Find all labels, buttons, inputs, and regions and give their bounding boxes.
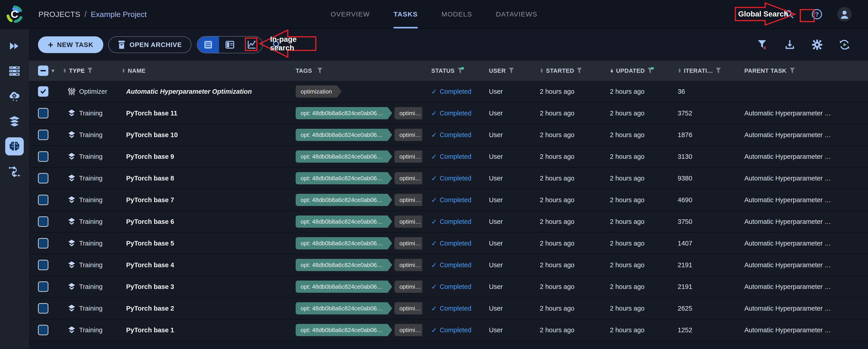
tab-overview[interactable]: OVERVIEW: [331, 0, 370, 28]
breadcrumb-current-project[interactable]: Example Project: [91, 10, 147, 19]
table-row[interactable]: Training PyTorch base 2 opt: 48db0b8a6c8…: [29, 298, 868, 319]
open-archive-button[interactable]: OPEN ARCHIVE: [108, 36, 191, 53]
new-task-button[interactable]: + NEW TASK: [38, 36, 103, 53]
task-name[interactable]: PyTorch base 4: [126, 261, 174, 269]
table-row[interactable]: Training PyTorch base 1 opt: 48db0b8a6c8…: [29, 319, 868, 341]
row-checkbox[interactable]: [38, 151, 49, 162]
sort-icon[interactable]: ▲▼: [678, 68, 682, 73]
sort-icon[interactable]: ▲▼: [63, 68, 67, 73]
task-name[interactable]: PyTorch base 9: [126, 153, 174, 160]
column-header-name[interactable]: NAME: [128, 67, 146, 74]
tag-chip[interactable]: optimi…: [395, 216, 422, 228]
row-checkbox[interactable]: [38, 216, 49, 227]
filter-icon[interactable]: [87, 67, 93, 74]
tab-dataviews[interactable]: DATAVIEWS: [496, 0, 537, 28]
column-header-tags[interactable]: TAGS: [296, 67, 312, 74]
filter-icon[interactable]: [508, 67, 514, 74]
compare-view-button[interactable]: [241, 37, 262, 53]
task-name[interactable]: PyTorch base 8: [126, 174, 174, 182]
row-checkbox[interactable]: [38, 260, 49, 270]
download-button[interactable]: [782, 37, 797, 52]
tag-chip[interactable]: opt: 48db0b8a6c824ce0ab06…: [296, 107, 392, 119]
row-checkbox[interactable]: [38, 325, 49, 335]
table-row[interactable]: Training PyTorch base 11 opt: 48db0b8a6c…: [29, 102, 868, 124]
clear-filters-button[interactable]: x: [755, 37, 770, 52]
column-header-status[interactable]: STATUS: [431, 67, 455, 74]
tag-chip[interactable]: opt: 48db0b8a6c824ce0ab06…: [296, 324, 392, 336]
filter-icon-active[interactable]: [647, 67, 653, 74]
row-checkbox[interactable]: [38, 195, 49, 205]
sidebar-item-getting-started[interactable]: [5, 37, 24, 55]
task-name[interactable]: Automatic Hyperparameter Optimization: [126, 88, 252, 95]
task-name[interactable]: PyTorch base 11: [126, 109, 178, 117]
table-row[interactable]: Optimizer Automatic Hyperparameter Optim…: [29, 81, 868, 102]
task-name[interactable]: PyTorch base 10: [126, 131, 178, 139]
sidebar-item-pipelines[interactable]: [5, 162, 24, 181]
row-checkbox[interactable]: [38, 130, 49, 140]
sidebar-item-projects[interactable]: [5, 137, 24, 155]
filter-icon[interactable]: [317, 67, 323, 74]
filter-icon[interactable]: [577, 67, 582, 74]
sidebar-item-workers[interactable]: [5, 62, 24, 80]
column-header-user[interactable]: USER: [489, 67, 506, 74]
tag-chip[interactable]: optimi…: [395, 107, 422, 119]
column-header-type[interactable]: TYPE: [69, 67, 85, 74]
settings-button[interactable]: [810, 37, 825, 52]
column-header-started[interactable]: STARTED: [546, 67, 574, 74]
row-checkbox[interactable]: [38, 238, 49, 249]
tag-chip[interactable]: opt: 48db0b8a6c824ce0ab06…: [296, 172, 392, 184]
tag-chip[interactable]: opt: 48db0b8a6c824ce0ab06…: [296, 151, 392, 163]
tag-chip[interactable]: opt: 48db0b8a6c824ce0ab06…: [296, 216, 392, 228]
detail-view-button[interactable]: [219, 37, 241, 53]
tag-chip[interactable]: opt: 48db0b8a6c824ce0ab06…: [296, 302, 392, 314]
filter-icon[interactable]: [715, 67, 721, 74]
tag-chip[interactable]: optimi…: [395, 259, 422, 271]
tab-tasks[interactable]: TASKS: [394, 0, 418, 28]
task-name[interactable]: PyTorch base 6: [126, 218, 174, 225]
filter-icon[interactable]: [789, 67, 795, 74]
task-name[interactable]: PyTorch base 5: [126, 240, 174, 247]
tag-chip[interactable]: opt: 48db0b8a6c824ce0ab06…: [296, 259, 392, 271]
tag-chip[interactable]: optimization: [296, 85, 342, 98]
select-all-checkbox[interactable]: [38, 65, 49, 76]
table-row[interactable]: Training PyTorch base 4 opt: 48db0b8a6c8…: [29, 254, 868, 276]
user-avatar[interactable]: [837, 7, 852, 22]
tag-chip[interactable]: optimi…: [395, 302, 422, 314]
sort-icon-descending[interactable]: ▲▼: [610, 68, 614, 73]
filter-icon-active[interactable]: [457, 67, 463, 74]
sidebar-item-datasets[interactable]: [5, 112, 24, 130]
help-button[interactable]: ?: [810, 7, 824, 22]
tag-chip[interactable]: opt: 48db0b8a6c824ce0ab06…: [296, 281, 392, 293]
row-checkbox[interactable]: [38, 303, 49, 314]
table-row[interactable]: Training PyTorch base 8 opt: 48db0b8a6c8…: [29, 168, 868, 189]
tag-chip[interactable]: optimi…: [395, 172, 422, 184]
breadcrumb-projects[interactable]: PROJECTS: [38, 10, 80, 19]
table-row[interactable]: Training PyTorch base 6 opt: 48db0b8a6c8…: [29, 211, 868, 233]
row-checkbox[interactable]: [38, 108, 49, 118]
task-name[interactable]: PyTorch base 1: [126, 326, 174, 334]
column-header-iteration[interactable]: ITERATI…: [684, 67, 713, 74]
select-all-caret-icon[interactable]: ▾: [52, 67, 55, 74]
task-name[interactable]: PyTorch base 3: [126, 283, 174, 290]
tab-models[interactable]: MODELS: [441, 0, 472, 28]
tag-chip[interactable]: opt: 48db0b8a6c824ce0ab06…: [296, 129, 392, 141]
row-checkbox[interactable]: [38, 173, 49, 183]
tag-chip[interactable]: opt: 48db0b8a6c824ce0ab06…: [296, 194, 392, 206]
tag-chip[interactable]: optimi…: [395, 194, 422, 206]
column-header-updated[interactable]: UPDATED: [616, 67, 645, 74]
table-row[interactable]: Training PyTorch base 9 opt: 48db0b8a6c8…: [29, 146, 868, 168]
tag-chip[interactable]: optimi…: [395, 129, 422, 141]
row-checkbox[interactable]: [38, 282, 49, 292]
tag-chip[interactable]: optimi…: [395, 324, 422, 336]
row-checkbox-checked[interactable]: [38, 86, 49, 97]
table-row[interactable]: Training PyTorch base 3 opt: 48db0b8a6c8…: [29, 276, 868, 298]
global-search-button[interactable]: [782, 7, 797, 22]
tag-chip[interactable]: optimi…: [395, 151, 422, 163]
auto-refresh-button[interactable]: [837, 37, 852, 52]
table-view-button[interactable]: [197, 37, 219, 53]
table-row[interactable]: Training PyTorch base 5 opt: 48db0b8a6c8…: [29, 233, 868, 254]
column-header-parent-task[interactable]: PARENT TASK: [744, 67, 786, 74]
clearml-logo[interactable]: C: [0, 4, 29, 24]
tag-chip[interactable]: optimi…: [395, 281, 422, 293]
sort-icon[interactable]: ▲▼: [540, 68, 544, 73]
